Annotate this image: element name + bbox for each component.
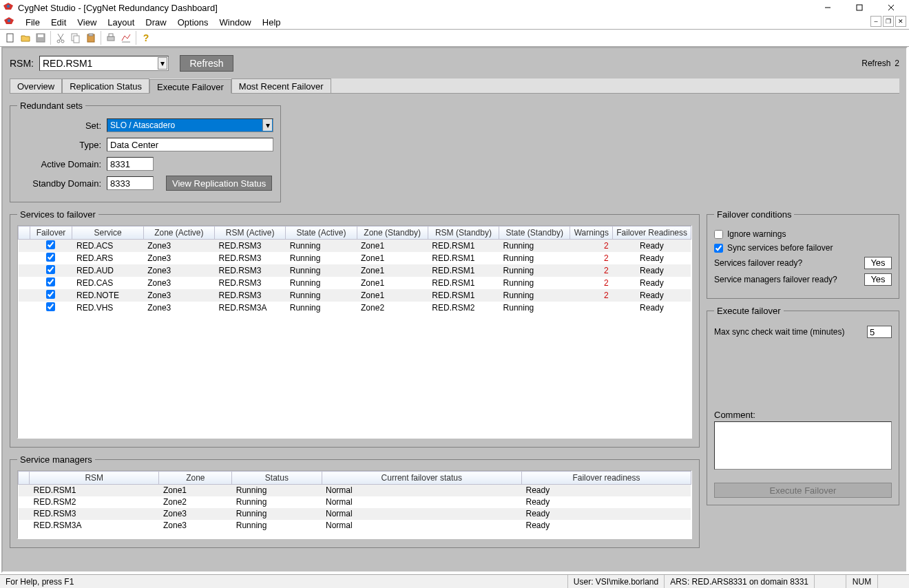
failover-checkbox[interactable] [46,290,55,299]
toolbar: ? [0,29,909,47]
table-row[interactable]: RED.CASZone3RED.RSM3Running Zone1RED.RSM… [19,277,691,289]
view-replication-status-button[interactable]: View Replication Status [166,176,272,191]
active-domain-value: 8331 [107,157,154,171]
managers-ready-value: Yes [864,273,892,286]
open-icon[interactable] [18,30,33,45]
mdi-close-button[interactable]: ✕ [895,16,906,27]
table-row[interactable]: RED.ARSZone3RED.RSM3Running Zone1RED.RSM… [19,252,691,264]
max-sync-label: Max sync check wait time (minutes) [714,327,867,337]
services-col-header[interactable]: State (Active) [286,227,357,240]
menu-layout[interactable]: Layout [102,16,140,29]
set-select[interactable]: SLO / Atascadero ▾ [107,118,273,132]
svg-rect-16 [74,36,79,43]
menu-help[interactable]: Help [257,16,286,29]
managers-ready-label: Service managers failover ready? [714,275,837,284]
services-col-header[interactable]: State (Standby) [499,227,570,240]
minimize-button[interactable] [813,1,843,14]
table-row[interactable]: RED.RSM1Zone1RunningNormalReady [19,485,691,496]
max-sync-input[interactable] [867,326,892,338]
table-row[interactable]: RED.ACSZone3RED.RSM3Running Zone1RED.RSM… [19,240,691,253]
chart-icon[interactable] [118,30,134,45]
rsm-label: RSM: [10,58,34,69]
table-row[interactable]: RED.RSM2Zone2RunningNormalReady [19,496,691,508]
rsm-select[interactable]: ▾ [39,56,169,71]
active-domain-label: Active Domain: [17,159,107,169]
table-row[interactable]: RED.NOTEZone3RED.RSM3Running Zone1RED.RS… [19,289,691,302]
services-col-header[interactable]: RSM (Active) [215,227,286,240]
services-col-header[interactable]: Warnings [570,227,613,240]
managers-legend: Service managers [17,454,95,465]
window-title: CygNet Studio - [CygNet Redundancy Dashb… [18,3,813,13]
svg-point-7 [8,19,10,22]
tab-most-recent-failover[interactable]: Most Recent Failover [231,78,331,93]
table-row[interactable]: RED.VHSZone3RED.RSM3ARunning Zone2RED.RS… [19,302,691,315]
chevron-down-icon[interactable]: ▾ [158,57,167,70]
table-row[interactable]: RED.RSM3AZone3RunningNormalReady [19,520,691,532]
cut-icon[interactable] [53,30,68,45]
managers-col-header[interactable]: RSM [30,472,159,485]
status-help: For Help, press F1 [0,575,567,588]
ignore-warnings-label: Ignore warnings [727,229,786,239]
menu-options[interactable]: Options [172,16,214,29]
managers-col-header[interactable]: Zone [159,472,232,485]
comment-label: Comment: [714,410,892,420]
menu-draw[interactable]: Draw [140,16,171,29]
services-legend: Services to failover [17,209,98,220]
set-label: Set: [17,120,107,131]
managers-col-header[interactable]: Failover readiness [521,472,691,485]
execute-failover-legend: Execute failover [714,306,784,316]
svg-point-13 [57,40,60,43]
menu-window[interactable]: Window [214,16,257,29]
mdi-minimize-button[interactable]: – [870,16,881,27]
refresh-button[interactable]: Refresh [180,55,233,72]
failover-checkbox[interactable] [46,240,55,249]
svg-rect-3 [857,5,862,10]
svg-point-14 [61,40,64,43]
failover-checkbox[interactable] [46,302,55,311]
close-button[interactable] [876,1,906,14]
execute-failover-button[interactable]: Execute Failover [714,483,892,498]
failover-checkbox[interactable] [46,253,55,262]
managers-col-header[interactable]: Current failover status [322,472,521,485]
services-col-header[interactable]: RSM (Standby) [428,227,499,240]
services-col-header[interactable]: Failover [30,227,72,240]
tab-bar: OverviewReplication StatusExecute Failov… [10,78,899,94]
services-col-header[interactable]: Zone (Active) [143,227,214,240]
table-row[interactable]: RED.AUDZone3RED.RSM3Running Zone1RED.RSM… [19,264,691,277]
managers-col-header[interactable]: Status [232,472,322,485]
services-table: FailoverServiceZone (Active)RSM (Active)… [18,226,691,315]
status-empty2 [877,575,909,588]
paste-icon[interactable] [83,30,98,45]
print-icon[interactable] [103,30,118,45]
menu-edit[interactable]: Edit [45,16,72,29]
mdi-restore-button[interactable]: ❐ [883,16,894,27]
services-ready-value: Yes [864,257,892,269]
maximize-button[interactable] [844,1,875,14]
help-icon[interactable]: ? [138,30,154,45]
refresh-count: 2 [895,59,899,68]
sync-before-checkbox[interactable] [714,244,723,253]
menu-view[interactable]: View [72,16,102,29]
copy-icon[interactable] [68,30,83,45]
failover-checkbox[interactable] [46,277,55,286]
tab-overview[interactable]: Overview [10,78,62,93]
svg-rect-8 [7,34,13,42]
services-col-header[interactable]: Failover Readiness [613,227,691,240]
svg-rect-10 [38,34,43,37]
comment-textarea[interactable] [714,421,892,470]
svg-rect-18 [89,34,93,36]
new-icon[interactable] [3,30,18,45]
rsm-input[interactable] [40,56,168,70]
tab-replication-status[interactable]: Replication Status [62,78,149,93]
services-ready-label: Services failover ready? [714,258,802,268]
chevron-down-icon[interactable]: ▾ [262,119,272,131]
services-col-header[interactable]: Zone (Standby) [357,227,428,240]
ignore-warnings-checkbox[interactable] [714,230,723,239]
tab-execute-failover[interactable]: Execute Failover [149,79,231,94]
save-icon[interactable] [33,30,48,45]
table-row[interactable]: RED.RSM3Zone3RunningNormalReady [19,508,691,520]
type-label: Type: [17,140,107,150]
services-col-header[interactable]: Service [72,227,143,240]
failover-checkbox[interactable] [46,265,55,274]
menu-file[interactable]: File [20,16,45,29]
